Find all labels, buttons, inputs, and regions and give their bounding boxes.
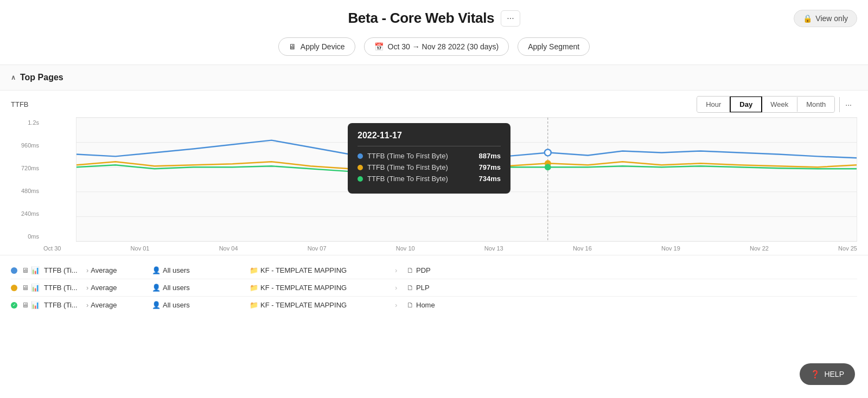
week-button[interactable]: Week (762, 97, 797, 112)
page-icon-3: 🗋 (407, 301, 414, 309)
series-arrow-3: › (86, 301, 88, 309)
calendar-icon: 📅 (374, 42, 384, 51)
page-icon-1: 🗋 (407, 266, 414, 274)
series-segment-3: KF - TEMPLATE MAPPING (260, 301, 347, 309)
chart-container: TTFB Hour Day Week Month ··· 1.2s 960ms … (0, 91, 868, 255)
more-button[interactable]: ··· (501, 10, 520, 27)
monitor-icon: 🖥 (22, 301, 29, 309)
x-axis: Oct 30 Nov 01 Nov 04 Nov 07 Nov 10 Nov 1… (43, 242, 857, 255)
svg-point-9 (545, 164, 551, 170)
series-row: ✓ 🖥 📊 TTFB (Ti... › Average 👤 All users … (11, 297, 857, 313)
page-header: Beta - Core Web Vitals ··· 🔒 View only (0, 0, 868, 32)
series-arrow-2: › (86, 284, 88, 292)
series-users-1: All users (163, 266, 206, 274)
series-color-dot-1 (11, 267, 17, 274)
page-icon-2: 🗋 (407, 284, 414, 292)
bar-chart-icon: 📊 (31, 301, 40, 309)
lock-icon: 🔒 (803, 14, 812, 23)
series-page-3: Home (416, 301, 435, 309)
apply-device-button[interactable]: 🖥 Apply Device (278, 37, 355, 56)
series-arrow-1: › (86, 266, 88, 274)
date-range-button[interactable]: 📅 Oct 30 → Nov 28 2022 (30 days) (364, 37, 509, 56)
chart-y-label: TTFB (11, 100, 29, 108)
user-icon-1: 👤 (152, 266, 161, 274)
hour-button[interactable]: Hour (697, 97, 730, 112)
section-header: ∧ Top Pages (0, 65, 868, 91)
view-only-label: View only (815, 14, 848, 23)
series-table: 🖥 📊 TTFB (Ti... › Average 👤 All users 📁 … (0, 255, 868, 320)
day-button[interactable]: Day (730, 96, 762, 113)
series-segment-2: KF - TEMPLATE MAPPING (260, 284, 347, 292)
svg-point-7 (545, 149, 551, 156)
series-name-2: TTFB (Ti... (44, 284, 82, 292)
user-icon-3: 👤 (152, 301, 161, 309)
chevron-up-icon: ∧ (11, 74, 16, 81)
series-page-1: PDP (416, 266, 431, 274)
series-icons-2: 🖥 📊 (22, 284, 40, 292)
series-name-1: TTFB (Ti... (44, 266, 82, 274)
chart-area: 2022-11-17 TTFB (Time To First Byte) 887… (76, 117, 857, 242)
monitor-icon: 🖥 (22, 266, 29, 274)
series-name-3: TTFB (Ti... (44, 301, 82, 309)
series-users-2: All users (163, 284, 206, 292)
series-chevron-1: › (395, 266, 397, 274)
series-metric-1: Average (91, 266, 134, 274)
series-metric-3: Average (91, 301, 134, 309)
month-button[interactable]: Month (797, 97, 834, 112)
chart-more-button[interactable]: ··· (839, 97, 857, 112)
view-only-button[interactable]: 🔒 View only (794, 10, 857, 27)
y-axis: 1.2s 960ms 720ms 480ms 240ms 0ms (11, 117, 43, 242)
series-page-2: PLP (416, 284, 430, 292)
apply-segment-button[interactable]: Apply Segment (518, 37, 590, 56)
series-segment-1: KF - TEMPLATE MAPPING (260, 266, 347, 274)
folder-icon-1: 📁 (250, 266, 258, 274)
folder-icon-2: 📁 (250, 284, 258, 292)
series-color-dot-3: ✓ (11, 302, 17, 309)
chart-header: TTFB Hour Day Week Month ··· (11, 96, 857, 113)
series-color-dot-2 (11, 285, 17, 291)
bar-chart-icon: 📊 (31, 284, 40, 292)
series-chevron-2: › (395, 284, 397, 292)
monitor-icon: 🖥 (22, 284, 29, 292)
series-row: 🖥 📊 TTFB (Ti... › Average 👤 All users 📁 … (11, 262, 857, 279)
folder-icon-3: 📁 (250, 301, 258, 309)
series-chevron-3: › (395, 301, 397, 309)
user-icon-2: 👤 (152, 284, 161, 292)
chart-svg (76, 118, 857, 241)
series-icons-1: 🖥 📊 (22, 266, 40, 274)
series-row: 🖥 📊 TTFB (Ti... › Average 👤 All users 📁 … (11, 279, 857, 297)
time-controls: Hour Day Week Month (697, 96, 835, 113)
monitor-icon: 🖥 (289, 42, 296, 51)
toolbar: 🖥 Apply Device 📅 Oct 30 → Nov 28 2022 (3… (0, 32, 868, 65)
series-icons-3: 🖥 📊 (22, 301, 40, 309)
series-metric-2: Average (91, 284, 134, 292)
bar-chart-icon: 📊 (31, 266, 40, 274)
section-title: Top Pages (20, 73, 63, 82)
page-title: Beta - Core Web Vitals (348, 10, 494, 27)
series-users-3: All users (163, 301, 206, 309)
